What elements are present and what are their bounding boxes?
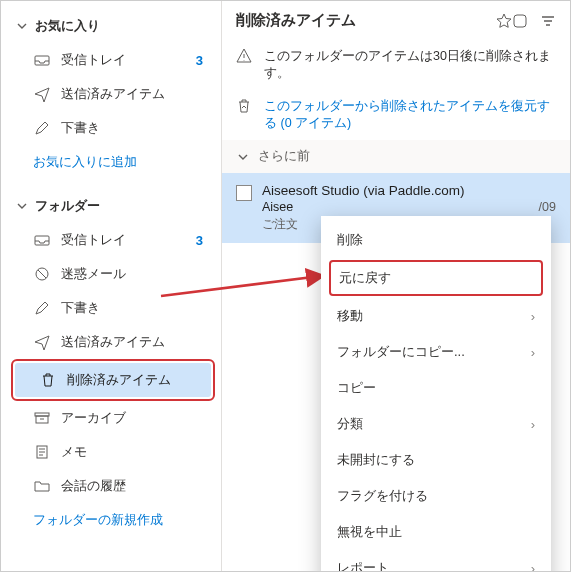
ctx-item-copy[interactable]: コピー — [321, 370, 551, 406]
content-header: 削除済みアイテム — [222, 1, 570, 40]
unread-badge: 3 — [196, 53, 215, 68]
new-folder-link[interactable]: フォルダーの新規作成 — [9, 503, 221, 537]
select-all-icon[interactable] — [512, 13, 528, 29]
ctx-label: フラグを付ける — [337, 487, 428, 505]
ctx-item-categorize[interactable]: 分類 › — [321, 406, 551, 442]
ctx-label: フォルダーにコピー... — [337, 343, 465, 361]
nav-label: アーカイブ — [61, 409, 215, 427]
trash-icon — [39, 371, 57, 389]
nav-label: 迷惑メール — [61, 265, 215, 283]
warning-icon — [236, 48, 254, 66]
fav-item-inbox[interactable]: 受信トレイ 3 — [9, 43, 221, 77]
chevron-right-icon: › — [531, 345, 535, 360]
ctx-label: レポート — [337, 559, 389, 572]
annotation-highlight-sidebar: 削除済みアイテム — [11, 359, 215, 401]
nav-label: 送信済みアイテム — [61, 85, 215, 103]
ctx-label: 未開封にする — [337, 451, 415, 469]
chevron-right-icon: › — [531, 417, 535, 432]
folder-item-drafts[interactable]: 下書き — [9, 291, 221, 325]
ctx-label: 移動 — [337, 307, 363, 325]
mail-checkbox[interactable] — [236, 185, 252, 201]
folder-item-sent[interactable]: 送信済みアイテム — [9, 325, 221, 359]
inbox-icon — [33, 231, 51, 249]
ctx-item-mark-unread[interactable]: 未開封にする — [321, 442, 551, 478]
nav-label: 送信済みアイテム — [61, 333, 215, 351]
chevron-right-icon: › — [531, 561, 535, 573]
ctx-item-move[interactable]: 移動 › — [321, 298, 551, 334]
retention-banner: このフォルダーのアイテムは30日後に削除されます。 — [222, 40, 570, 90]
fav-item-sent[interactable]: 送信済みアイテム — [9, 77, 221, 111]
favorites-header[interactable]: お気に入り — [9, 9, 221, 43]
nav-label: 下書き — [61, 119, 215, 137]
ctx-item-stop-ignore[interactable]: 無視を中止 — [321, 514, 551, 550]
favorites-label: お気に入り — [35, 17, 100, 35]
nav-label: 会話の履歴 — [61, 477, 215, 495]
nav-label: 下書き — [61, 299, 215, 317]
add-favorite-label: お気に入りに追加 — [33, 154, 137, 169]
junk-icon — [33, 265, 51, 283]
ctx-label: 元に戻す — [339, 269, 391, 287]
new-folder-label: フォルダーの新規作成 — [33, 512, 163, 527]
mail-subject: Aisee — [262, 200, 539, 214]
sidebar: お気に入り 受信トレイ 3 送信済みアイテム 下書き お気に入りに追加 — [1, 1, 221, 571]
restore-link-text: このフォルダーから削除されたアイテムを復元する (0 アイテム) — [264, 98, 556, 132]
chevron-down-icon — [15, 199, 29, 213]
note-icon — [33, 443, 51, 461]
unread-badge: 3 — [196, 233, 215, 248]
folder-item-notes[interactable]: メモ — [9, 435, 221, 469]
mail-from: Aiseesoft Studio (via Paddle.com) — [262, 183, 556, 198]
nav-label: メモ — [61, 443, 215, 461]
svg-rect-6 — [514, 15, 526, 27]
folders-label: フォルダー — [35, 197, 100, 215]
star-icon[interactable] — [496, 13, 512, 29]
folder-item-history[interactable]: 会話の履歴 — [9, 469, 221, 503]
inbox-icon — [33, 51, 51, 69]
ctx-item-report[interactable]: レポート › — [321, 550, 551, 572]
draft-icon — [33, 119, 51, 137]
ctx-label: 削除 — [337, 231, 363, 249]
nav-label: 受信トレイ — [61, 231, 196, 249]
ctx-label: 分類 — [337, 415, 363, 433]
group-header[interactable]: さらに前 — [222, 140, 570, 173]
send-icon — [33, 333, 51, 351]
fav-item-drafts[interactable]: 下書き — [9, 111, 221, 145]
chevron-right-icon: › — [531, 309, 535, 324]
send-icon — [33, 85, 51, 103]
draft-icon — [33, 299, 51, 317]
ctx-item-delete[interactable]: 削除 — [321, 222, 551, 258]
annotation-highlight-restore: 元に戻す — [329, 260, 543, 296]
ctx-label: 無視を中止 — [337, 523, 402, 541]
retention-text: このフォルダーのアイテムは30日後に削除されます。 — [264, 48, 556, 82]
folder-item-deleted[interactable]: 削除済みアイテム — [15, 363, 211, 397]
folder-item-inbox[interactable]: 受信トレイ 3 — [9, 223, 221, 257]
ctx-label: コピー — [337, 379, 376, 397]
chevron-down-icon — [238, 152, 248, 162]
nav-label: 削除済みアイテム — [67, 371, 205, 389]
folder-item-archive[interactable]: アーカイブ — [9, 401, 221, 435]
nav-label: 受信トレイ — [61, 51, 196, 69]
context-menu: 削除 元に戻す 移動 › フォルダーにコピー... › コピー 分類 › 未開封… — [321, 216, 551, 572]
ctx-item-flag[interactable]: フラグを付ける — [321, 478, 551, 514]
folder-item-junk[interactable]: 迷惑メール — [9, 257, 221, 291]
group-label: さらに前 — [258, 148, 310, 165]
chevron-down-icon — [15, 19, 29, 33]
folder-icon — [33, 477, 51, 495]
page-title: 削除済みアイテム — [236, 11, 492, 30]
restore-icon — [236, 98, 254, 116]
add-favorite-link[interactable]: お気に入りに追加 — [9, 145, 221, 179]
mail-date: /09 — [539, 200, 556, 214]
restore-banner[interactable]: このフォルダーから削除されたアイテムを復元する (0 アイテム) — [222, 90, 570, 140]
archive-icon — [33, 409, 51, 427]
filter-icon[interactable] — [540, 13, 556, 29]
ctx-item-copy-to-folder[interactable]: フォルダーにコピー... › — [321, 334, 551, 370]
folders-header[interactable]: フォルダー — [9, 189, 221, 223]
ctx-item-restore[interactable]: 元に戻す — [331, 262, 541, 294]
